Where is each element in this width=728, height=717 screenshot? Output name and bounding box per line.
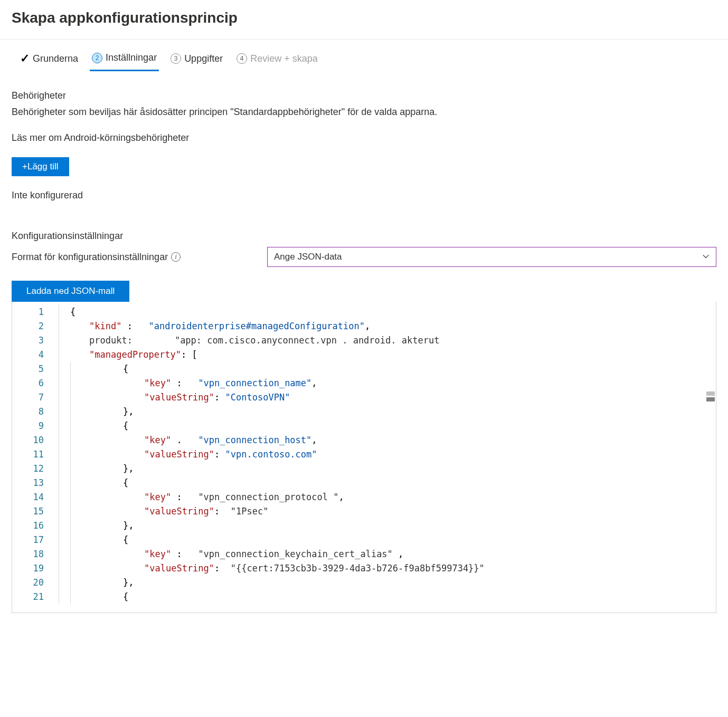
editor-gutter: 1 2 3 4 5 6 7 8 9 10 11 12 13 14 15 16 1… <box>12 302 49 613</box>
step-number-2: 2 <box>92 53 102 63</box>
not-configured-text: Inte konfigurerad <box>12 190 716 201</box>
tab-basics-label: Grunderna <box>33 53 78 64</box>
tab-review-label: Review + skapa <box>250 53 318 64</box>
permissions-heading: Behörigheter <box>12 90 716 101</box>
tab-review: 4 Review + skapa <box>234 50 320 71</box>
info-icon[interactable]: i <box>171 252 181 262</box>
chevron-down-icon <box>702 253 710 262</box>
tab-assignments-label: Uppgifter <box>184 53 223 64</box>
permissions-learn-more-link[interactable]: Läs mer om Android-körningsbehörigheter <box>12 132 716 144</box>
step-number-3: 3 <box>171 53 181 64</box>
add-button[interactable]: +Lägg till <box>12 157 69 176</box>
tab-settings-label: Inställningar <box>106 52 157 63</box>
download-json-template-button[interactable]: Ladda ned JSON-mall <box>12 281 129 302</box>
step-number-4: 4 <box>237 53 247 64</box>
format-label-text: Format för konfigurationsinställningar <box>12 252 168 263</box>
config-settings-heading: Konfigurationsinställningar <box>12 231 716 242</box>
format-select[interactable]: Ange JSON-data <box>267 247 716 267</box>
check-icon: ✓ <box>20 53 30 64</box>
json-editor[interactable]: 1 2 3 4 5 6 7 8 9 10 11 12 13 14 15 16 1… <box>12 302 716 613</box>
permissions-description: Behörigheter som beviljas här åsidosätte… <box>12 107 716 118</box>
tab-basics[interactable]: ✓ Grunderna <box>18 50 80 71</box>
editor-scrollbar-overview[interactable] <box>706 391 715 403</box>
format-label: Format för konfigurationsinställningar i <box>12 252 254 263</box>
wizard-tabs: ✓ Grunderna 2 Inställningar 3 Uppgifter … <box>0 40 728 71</box>
tab-assignments[interactable]: 3 Uppgifter <box>168 50 225 71</box>
editor-body[interactable]: { "kind" : "androidenterprise#managedCon… <box>49 302 716 613</box>
format-select-value: Ange JSON-data <box>274 252 342 262</box>
tab-settings[interactable]: 2 Inställningar <box>90 49 159 71</box>
page-title: Skapa appkonfigurationsprincip <box>0 0 728 40</box>
